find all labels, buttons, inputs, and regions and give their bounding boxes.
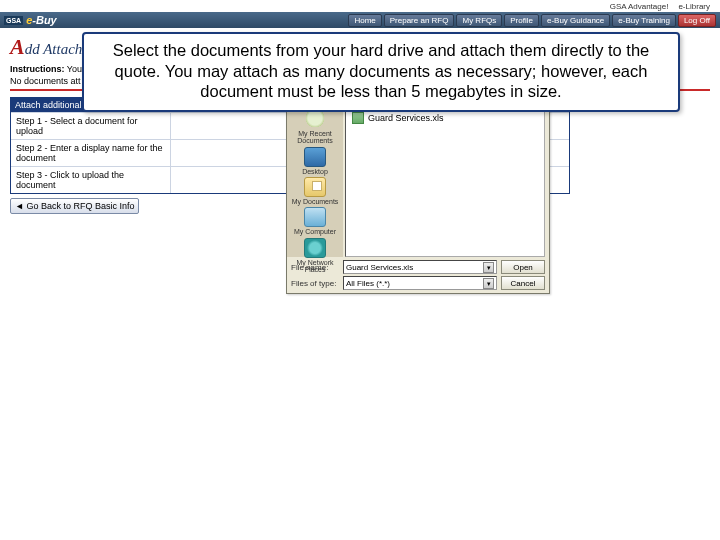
nav-home[interactable]: Home (348, 14, 381, 27)
cancel-button[interactable]: Cancel (501, 276, 545, 290)
nav-my-rfqs[interactable]: My RFQs (456, 14, 502, 27)
chevron-down-icon[interactable]: ▾ (483, 262, 494, 273)
instruction-callout: Select the documents from your hard driv… (82, 32, 680, 112)
filename-label: File name: (291, 263, 339, 272)
nav-prepare-rfq[interactable]: Prepare an RFQ (384, 14, 455, 27)
step3-label: Step 3 - Click to upload the document (11, 167, 171, 193)
link-elibrary[interactable]: e-Library (678, 2, 710, 11)
computer-icon (304, 207, 326, 227)
folder-icon (304, 177, 326, 197)
step1-label: Step 1 - Select a document for upload (11, 113, 171, 139)
places-bar: My Recent Documents Desktop My Documents… (287, 107, 343, 257)
link-gsa-advantage[interactable]: GSA Advantage! (610, 2, 669, 11)
nav-profile[interactable]: Profile (504, 14, 539, 27)
xls-icon (352, 112, 364, 124)
chevron-down-icon[interactable]: ▾ (483, 278, 494, 289)
top-utility-bar: GSA Advantage! e-Library (0, 0, 720, 12)
nav-ebuy-guidance[interactable]: e-Buy Guidance (541, 14, 610, 27)
main-nav: Home Prepare an RFQ My RFQs Profile e-Bu… (346, 14, 716, 27)
step2-label: Step 2 - Enter a display name for the do… (11, 140, 171, 166)
desktop-icon (304, 147, 326, 167)
gsa-badge: GSA (4, 16, 23, 25)
place-my-documents[interactable]: My Documents (290, 177, 340, 205)
recent-icon (304, 109, 326, 129)
network-icon (304, 238, 326, 258)
filetype-label: Files of type: (291, 279, 339, 288)
place-my-computer[interactable]: My Computer (290, 207, 340, 235)
filetype-select[interactable]: All Files (*.*) ▾ (343, 276, 497, 290)
go-back-button[interactable]: ◄ Go Back to RFQ Basic Info (10, 198, 139, 214)
place-recent[interactable]: My Recent Documents (290, 109, 340, 145)
file-item[interactable]: Guard Services.xls (352, 112, 538, 124)
file-list[interactable]: Guard Services.xls (345, 107, 545, 257)
file-open-dialog: My Recent Documents Desktop My Documents… (286, 88, 550, 294)
place-desktop[interactable]: Desktop (290, 147, 340, 175)
open-button[interactable]: Open (501, 260, 545, 274)
filename-input[interactable]: Guard Services.xls ▾ (343, 260, 497, 274)
ebuy-logo: GSA e-Buy (4, 14, 57, 26)
nav-logoff[interactable]: Log Off (678, 14, 716, 27)
main-banner: GSA e-Buy Home Prepare an RFQ My RFQs Pr… (0, 12, 720, 28)
nav-ebuy-training[interactable]: e-Buy Training (612, 14, 676, 27)
